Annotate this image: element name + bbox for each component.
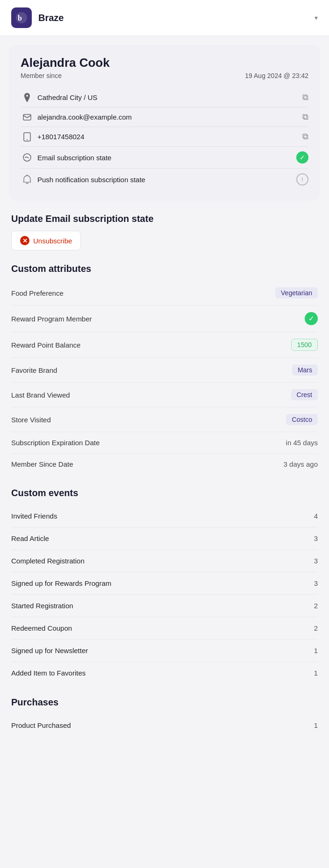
email-subscription-status: ✓ [296,151,308,164]
svg-point-3 [27,139,28,140]
copy-email-icon[interactable]: ⧉ [302,112,308,122]
attr-value-member-since: 3 days ago [284,460,318,468]
event-invited-friends: Invited Friends 4 [11,505,318,527]
custom-attributes-title: Custom attributes [11,263,318,274]
chevron-down-icon[interactable]: ▾ [315,14,318,21]
attr-label-member-since: Member Since Date [11,460,73,468]
attr-label-expiry: Subscription Expiration Date [11,439,100,447]
event-label-added-favorites: Added Item to Favorites [11,669,86,677]
email-subscription-label: Email subscription state [37,154,296,162]
unsubscribe-icon: ✕ [20,236,29,245]
purchases-list: Product Purchased 1 [11,714,318,736]
purchases-section: Purchases Product Purchased 1 [0,697,329,736]
location-icon [21,93,34,102]
event-label-redeemed-coupon: Redeemed Coupon [11,624,72,632]
custom-events-section: Custom events Invited Friends 4 Read Art… [0,488,329,684]
custom-attributes-section: Custom attributes Food Preference Vegeta… [0,263,329,475]
attr-subscription-expiry: Subscription Expiration Date in 45 days [11,432,318,454]
attr-value-last-brand: Crest [291,389,318,400]
event-signed-up-rewards: Signed up for Rewards Program 3 [11,572,318,595]
attr-value-balance: 1500 [291,339,318,351]
profile-email-row: alejandra.cook@example.com ⧉ [21,107,308,127]
svg-text:b: b [18,14,22,22]
event-started-registration: Started Registration 2 [11,595,318,617]
push-subscription-label: Push notification subscription state [37,176,296,184]
attr-value-fav-brand: Mars [292,364,318,376]
profile-location-row: Cathedral City / US ⧉ [21,88,308,107]
attr-value-reward-member: ✓ [305,312,318,325]
purchase-product-purchased: Product Purchased 1 [11,714,318,736]
member-since-date: 19 Aug 2024 @ 23:42 [245,72,308,79]
event-count-signed-up-rewards: 3 [314,579,318,587]
event-label-completed-registration: Completed Registration [11,557,85,565]
event-count-redeemed-coupon: 2 [314,624,318,632]
attr-value-food: Vegetarian [275,287,318,299]
event-count-read-article: 3 [314,534,318,542]
attr-value-expiry: in 45 days [286,439,318,447]
event-label-read-article: Read Article [11,534,49,542]
push-subscription-row: Push notification subscription state ! [21,169,308,190]
event-read-article: Read Article 3 [11,527,318,550]
attr-favorite-brand: Favorite Brand Mars [11,358,318,383]
email-icon [21,114,34,121]
event-count-invited-friends: 4 [314,512,318,520]
email-subscription-row: Email subscription state ✓ [21,147,308,169]
push-subscription-status: ! [296,173,308,185]
event-label-signed-up-newsletter: Signed up for Newsletter [11,647,88,655]
location-text: Cathedral City / US [37,93,302,101]
custom-attributes-list: Food Preference Vegetarian Reward Progra… [11,281,318,475]
phone-text: +18017458024 [37,133,302,141]
event-label-invited-friends: Invited Friends [11,512,57,520]
email-subscription-title: Update Email subscription state [11,213,318,224]
attr-label-store: Store Visited [11,416,51,424]
attr-food-preference: Food Preference Vegetarian [11,281,318,306]
custom-events-title: Custom events [11,488,318,498]
attr-last-brand: Last Brand Viewed Crest [11,383,318,407]
push-icon [21,175,34,184]
purchases-title: Purchases [11,697,318,708]
profile-phone-row: +18017458024 ⧉ [21,127,308,147]
unsubscribe-button[interactable]: ✕ Unsubscribe [11,231,81,250]
attr-value-store: Costco [286,414,318,425]
custom-events-list: Invited Friends 4 Read Article 3 Complet… [11,505,318,684]
attr-label-food: Food Preference [11,289,64,297]
member-since-label: Member since [21,72,62,79]
event-signed-up-newsletter: Signed up for Newsletter 1 [11,640,318,662]
event-label-signed-up-rewards: Signed up for Rewards Program [11,579,111,587]
header: b Braze ▾ [0,0,329,36]
email-subscription-section: Update Email subscription state ✕ Unsubs… [0,213,329,250]
purchase-label-product: Product Purchased [11,721,71,729]
profile-name: Alejandra Cook [21,56,308,70]
attr-label-last-brand: Last Brand Viewed [11,391,70,399]
app-title: Braze [38,13,315,23]
braze-logo: b [11,7,32,28]
event-count-signed-up-newsletter: 1 [314,647,318,655]
attr-reward-balance: Reward Point Balance 1500 [11,332,318,358]
email-subscription-icon [21,153,34,162]
attr-label-fav-brand: Favorite Brand [11,366,57,374]
event-completed-registration: Completed Registration 3 [11,550,318,572]
attr-label-reward-member: Reward Program Member [11,315,92,323]
purchase-count-product: 1 [314,721,318,729]
event-added-favorites: Added Item to Favorites 1 [11,662,318,684]
svg-rect-2 [23,114,31,120]
event-count-started-registration: 2 [314,602,318,610]
profile-since-row: Member since 19 Aug 2024 @ 23:42 [21,72,308,79]
profile-card: Alejandra Cook Member since 19 Aug 2024 … [9,45,320,200]
unsubscribe-label: Unsubscribe [33,237,72,245]
phone-icon [21,132,34,142]
copy-phone-icon[interactable]: ⧉ [302,132,308,142]
attr-label-balance: Reward Point Balance [11,341,80,349]
attr-store-visited: Store Visited Costco [11,407,318,432]
attr-member-since: Member Since Date 3 days ago [11,454,318,475]
email-text: alejandra.cook@example.com [37,113,302,121]
event-count-added-favorites: 1 [314,669,318,677]
event-redeemed-coupon: Redeemed Coupon 2 [11,617,318,640]
event-label-started-registration: Started Registration [11,602,73,610]
copy-location-icon[interactable]: ⧉ [302,92,308,102]
event-count-completed-registration: 3 [314,557,318,565]
attr-reward-member: Reward Program Member ✓ [11,306,318,332]
